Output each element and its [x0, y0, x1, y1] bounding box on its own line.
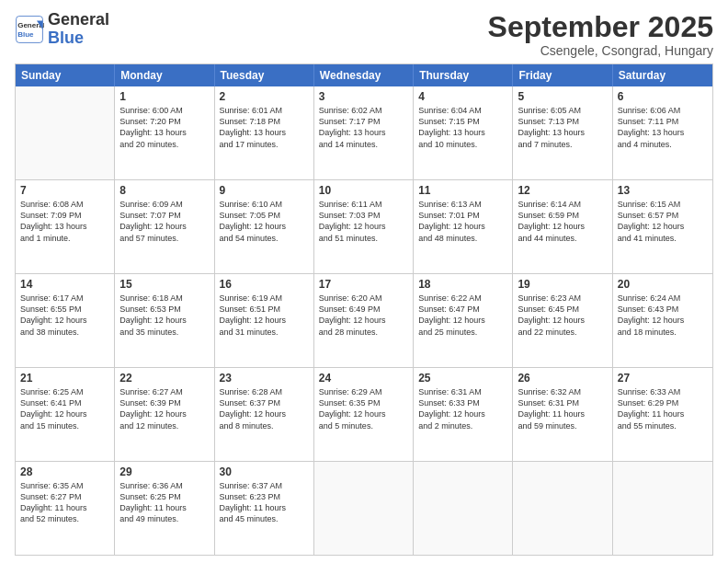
calendar-cell: 4Sunrise: 6:04 AM Sunset: 7:15 PM Daylig… [414, 86, 513, 179]
day-number: 27 [618, 372, 708, 385]
day-number: 2 [220, 90, 309, 103]
day-number: 19 [518, 278, 607, 291]
day-number: 21 [20, 372, 109, 385]
day-info: Sunrise: 6:23 AM Sunset: 6:45 PM Dayligh… [518, 293, 607, 338]
day-number: 24 [319, 372, 408, 385]
calendar-cell: 22Sunrise: 6:27 AM Sunset: 6:39 PM Dayli… [115, 368, 214, 461]
day-number: 9 [220, 184, 309, 197]
page: General Blue General Blue September 2025… [0, 0, 728, 563]
day-number: 5 [518, 90, 607, 103]
calendar-cell: 27Sunrise: 6:33 AM Sunset: 6:29 PM Dayli… [613, 368, 712, 461]
day-info: Sunrise: 6:24 AM Sunset: 6:43 PM Dayligh… [618, 293, 708, 338]
calendar-cell: 2Sunrise: 6:01 AM Sunset: 7:18 PM Daylig… [215, 86, 314, 179]
calendar-week: 21Sunrise: 6:25 AM Sunset: 6:41 PM Dayli… [16, 368, 712, 462]
subtitle: Csengele, Csongrad, Hungary [488, 43, 713, 58]
day-number: 25 [418, 372, 507, 385]
calendar-body: 1Sunrise: 6:00 AM Sunset: 7:20 PM Daylig… [16, 86, 712, 555]
day-number: 16 [220, 278, 309, 291]
day-number: 8 [119, 184, 209, 197]
calendar-day-header: Monday [115, 64, 214, 86]
day-info: Sunrise: 6:09 AM Sunset: 7:07 PM Dayligh… [119, 199, 209, 244]
calendar-cell: 19Sunrise: 6:23 AM Sunset: 6:45 PM Dayli… [513, 274, 612, 367]
calendar-cell: 10Sunrise: 6:11 AM Sunset: 7:03 PM Dayli… [314, 180, 414, 273]
header: General Blue General Blue September 2025… [15, 11, 713, 58]
day-info: Sunrise: 6:31 AM Sunset: 6:33 PM Dayligh… [418, 386, 507, 431]
day-number: 17 [319, 278, 408, 291]
calendar-cell: 20Sunrise: 6:24 AM Sunset: 6:43 PM Dayli… [613, 274, 712, 367]
day-info: Sunrise: 6:11 AM Sunset: 7:03 PM Dayligh… [319, 199, 408, 244]
main-title: September 2025 [488, 11, 713, 43]
day-info: Sunrise: 6:02 AM Sunset: 7:17 PM Dayligh… [319, 105, 408, 150]
day-info: Sunrise: 6:13 AM Sunset: 7:01 PM Dayligh… [418, 199, 507, 244]
day-number: 22 [119, 372, 209, 385]
title-area: September 2025 Csengele, Csongrad, Hunga… [488, 11, 713, 58]
logo-text: General Blue [48, 11, 109, 48]
calendar-cell [414, 462, 513, 555]
svg-text:Blue: Blue [17, 30, 34, 39]
calendar-week: 1Sunrise: 6:00 AM Sunset: 7:20 PM Daylig… [16, 86, 712, 180]
calendar-day-header: Friday [513, 64, 612, 86]
day-info: Sunrise: 6:01 AM Sunset: 7:18 PM Dayligh… [220, 105, 309, 150]
day-info: Sunrise: 6:10 AM Sunset: 7:05 PM Dayligh… [220, 199, 309, 244]
day-number: 11 [418, 184, 507, 197]
calendar-day-header: Thursday [414, 64, 513, 86]
calendar-cell: 6Sunrise: 6:06 AM Sunset: 7:11 PM Daylig… [613, 86, 712, 179]
calendar-cell: 13Sunrise: 6:15 AM Sunset: 6:57 PM Dayli… [613, 180, 712, 273]
day-number: 29 [119, 465, 209, 478]
calendar-cell: 29Sunrise: 6:36 AM Sunset: 6:25 PM Dayli… [115, 462, 214, 555]
calendar: SundayMondayTuesdayWednesdayThursdayFrid… [15, 63, 713, 556]
calendar-cell: 18Sunrise: 6:22 AM Sunset: 6:47 PM Dayli… [414, 274, 513, 367]
calendar-day-header: Saturday [613, 64, 712, 86]
calendar-cell: 30Sunrise: 6:37 AM Sunset: 6:23 PM Dayli… [215, 462, 314, 555]
day-info: Sunrise: 6:15 AM Sunset: 6:57 PM Dayligh… [618, 199, 708, 244]
calendar-cell: 5Sunrise: 6:05 AM Sunset: 7:13 PM Daylig… [513, 86, 612, 179]
logo-line1: General [48, 11, 109, 29]
calendar-week: 28Sunrise: 6:35 AM Sunset: 6:27 PM Dayli… [16, 462, 712, 555]
day-number: 20 [618, 278, 708, 291]
day-info: Sunrise: 6:00 AM Sunset: 7:20 PM Dayligh… [119, 105, 209, 150]
calendar-week: 7Sunrise: 6:08 AM Sunset: 7:09 PM Daylig… [16, 180, 712, 274]
day-number: 23 [220, 372, 309, 385]
day-number: 30 [220, 465, 309, 478]
calendar-cell: 12Sunrise: 6:14 AM Sunset: 6:59 PM Dayli… [513, 180, 612, 273]
day-info: Sunrise: 6:25 AM Sunset: 6:41 PM Dayligh… [20, 386, 109, 431]
day-info: Sunrise: 6:32 AM Sunset: 6:31 PM Dayligh… [518, 386, 607, 431]
day-info: Sunrise: 6:17 AM Sunset: 6:55 PM Dayligh… [20, 293, 109, 338]
day-info: Sunrise: 6:37 AM Sunset: 6:23 PM Dayligh… [220, 480, 309, 525]
calendar-cell: 17Sunrise: 6:20 AM Sunset: 6:49 PM Dayli… [314, 274, 414, 367]
day-info: Sunrise: 6:04 AM Sunset: 7:15 PM Dayligh… [418, 105, 507, 150]
calendar-cell: 7Sunrise: 6:08 AM Sunset: 7:09 PM Daylig… [16, 180, 115, 273]
calendar-cell [16, 86, 115, 179]
calendar-cell: 1Sunrise: 6:00 AM Sunset: 7:20 PM Daylig… [115, 86, 214, 179]
calendar-cell: 16Sunrise: 6:19 AM Sunset: 6:51 PM Dayli… [215, 274, 314, 367]
calendar-week: 14Sunrise: 6:17 AM Sunset: 6:55 PM Dayli… [16, 274, 712, 368]
calendar-cell: 8Sunrise: 6:09 AM Sunset: 7:07 PM Daylig… [115, 180, 214, 273]
day-info: Sunrise: 6:05 AM Sunset: 7:13 PM Dayligh… [518, 105, 607, 150]
day-number: 12 [518, 184, 607, 197]
day-number: 4 [418, 90, 507, 103]
day-info: Sunrise: 6:22 AM Sunset: 6:47 PM Dayligh… [418, 293, 507, 338]
day-info: Sunrise: 6:08 AM Sunset: 7:09 PM Dayligh… [20, 199, 109, 244]
calendar-cell [314, 462, 414, 555]
calendar-cell: 28Sunrise: 6:35 AM Sunset: 6:27 PM Dayli… [16, 462, 115, 555]
calendar-cell: 15Sunrise: 6:18 AM Sunset: 6:53 PM Dayli… [115, 274, 214, 367]
calendar-day-header: Tuesday [215, 64, 314, 86]
calendar-cell: 24Sunrise: 6:29 AM Sunset: 6:35 PM Dayli… [314, 368, 414, 461]
day-number: 15 [119, 278, 209, 291]
day-number: 26 [518, 372, 607, 385]
logo-icon: General Blue [15, 15, 44, 44]
calendar-cell [513, 462, 612, 555]
calendar-cell: 3Sunrise: 6:02 AM Sunset: 7:17 PM Daylig… [314, 86, 414, 179]
day-number: 7 [20, 184, 109, 197]
day-number: 18 [418, 278, 507, 291]
day-info: Sunrise: 6:27 AM Sunset: 6:39 PM Dayligh… [119, 386, 209, 431]
calendar-cell: 26Sunrise: 6:32 AM Sunset: 6:31 PM Dayli… [513, 368, 612, 461]
calendar-cell: 25Sunrise: 6:31 AM Sunset: 6:33 PM Dayli… [414, 368, 513, 461]
calendar-cell: 14Sunrise: 6:17 AM Sunset: 6:55 PM Dayli… [16, 274, 115, 367]
calendar-header: SundayMondayTuesdayWednesdayThursdayFrid… [16, 64, 712, 86]
calendar-cell [613, 462, 712, 555]
logo-line2: Blue [48, 29, 109, 48]
day-info: Sunrise: 6:19 AM Sunset: 6:51 PM Dayligh… [220, 293, 309, 338]
day-info: Sunrise: 6:29 AM Sunset: 6:35 PM Dayligh… [319, 386, 408, 431]
calendar-day-header: Sunday [16, 64, 115, 86]
